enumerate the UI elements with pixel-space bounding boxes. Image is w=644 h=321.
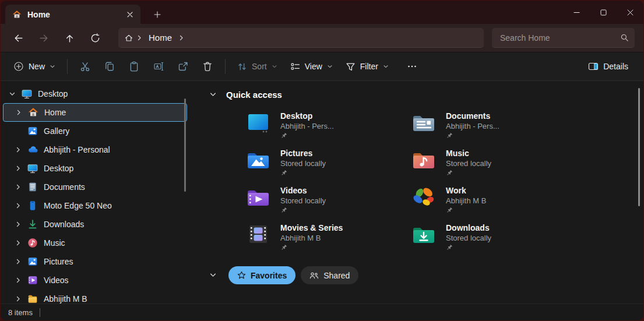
quick-access-item-movies-series[interactable]: Movies & Series Abhijith M B xyxy=(245,221,411,259)
home-icon xyxy=(28,107,38,118)
quick-access-item-videos[interactable]: Videos Stored locally xyxy=(245,184,411,221)
main-scrollbar[interactable] xyxy=(638,88,640,206)
chevron-right-icon[interactable] xyxy=(13,238,23,248)
statusbar-divider xyxy=(40,308,40,317)
paste-button[interactable] xyxy=(122,56,146,77)
share-button[interactable] xyxy=(171,56,195,77)
sidebar-item-label: Moto Edge 50 Neo xyxy=(44,201,112,210)
sidebar-item-documents[interactable]: Documents xyxy=(3,178,187,196)
downloads-folder-icon xyxy=(411,221,437,247)
view-button[interactable]: View xyxy=(284,56,339,77)
filter-label: Filter xyxy=(360,62,378,71)
sidebar-item-desktop[interactable]: Desktop xyxy=(3,159,187,178)
sort-button[interactable]: Sort xyxy=(231,56,283,77)
search-box[interactable] xyxy=(492,28,635,48)
chevron-down-icon[interactable] xyxy=(8,89,17,98)
search-input[interactable] xyxy=(500,33,620,43)
view-label: View xyxy=(305,62,322,71)
filter-funnel-icon xyxy=(346,62,356,72)
chevron-right-icon[interactable] xyxy=(13,164,23,173)
new-button[interactable]: New xyxy=(8,56,61,77)
breadcrumb-home-icon[interactable] xyxy=(124,33,133,43)
quick-access-item-downloads[interactable]: Downloads Stored locally xyxy=(411,221,576,259)
titlebar: Home xyxy=(1,1,643,24)
back-button[interactable] xyxy=(5,27,31,48)
close-button[interactable] xyxy=(617,1,643,24)
sidebar-item-label: Downloads xyxy=(44,220,84,229)
chevron-down-icon xyxy=(50,64,55,69)
favorites-pill[interactable]: Favorites xyxy=(228,266,295,284)
navigation-bar: Home xyxy=(1,24,643,52)
breadcrumb-chevron-icon[interactable] xyxy=(178,34,185,41)
quick-access-item-music[interactable]: Music Stored locally xyxy=(411,147,576,184)
sidebar-scrollbar[interactable] xyxy=(184,98,186,192)
item-title: Music xyxy=(446,148,491,158)
sidebar-item-desktop-root[interactable]: Desktop xyxy=(3,84,187,103)
sidebar-item-gallery[interactable]: Gallery xyxy=(3,122,187,140)
chevron-right-icon[interactable] xyxy=(13,145,23,154)
more-options-button[interactable] xyxy=(400,56,424,77)
favorites-label: Favorites xyxy=(251,271,287,280)
cut-button[interactable] xyxy=(73,56,97,77)
delete-button[interactable] xyxy=(196,56,219,77)
rename-button[interactable] xyxy=(147,56,170,77)
shared-pill[interactable]: Shared xyxy=(301,266,358,284)
chevron-down-icon[interactable] xyxy=(207,89,219,100)
quick-access-item-desktop[interactable]: Desktop Abhijith - Pers... xyxy=(245,110,411,147)
video-icon xyxy=(27,275,38,285)
sort-label: Sort xyxy=(252,62,267,71)
chevron-right-icon[interactable] xyxy=(13,220,23,229)
sidebar-item-label: Desktop xyxy=(44,164,73,173)
item-subtitle: Stored locally xyxy=(446,158,491,168)
sidebar-item-videos[interactable]: Videos xyxy=(3,271,187,290)
copy-button[interactable] xyxy=(98,56,121,77)
chevron-right-icon[interactable] xyxy=(13,182,23,192)
chevron-right-icon[interactable] xyxy=(13,201,23,210)
forward-button[interactable] xyxy=(31,27,57,48)
filter-button[interactable]: Filter xyxy=(340,56,395,77)
pin-icon xyxy=(280,132,334,139)
shared-label: Shared xyxy=(323,271,350,280)
monitor-icon xyxy=(27,163,38,174)
window-controls xyxy=(563,1,643,24)
download-arrow-icon xyxy=(27,219,38,230)
sidebar-item-label: Music xyxy=(44,238,65,248)
chevron-right-icon[interactable] xyxy=(14,108,23,117)
details-button[interactable]: Details xyxy=(582,56,634,77)
sidebar-item-music[interactable]: Music xyxy=(3,234,187,252)
quick-access-title: Quick access xyxy=(226,90,282,100)
quick-access-item-work[interactable]: Work Abhijith M B xyxy=(411,184,576,221)
sidebar-item-abhijith-m-b[interactable]: Abhijith M B xyxy=(3,290,187,304)
sidebar-item-home[interactable]: Home xyxy=(3,103,187,122)
sidebar-item-label: Abhijith - Personal xyxy=(44,145,110,154)
maximize-button[interactable] xyxy=(590,1,617,24)
tab-close-icon[interactable] xyxy=(123,8,137,22)
minimize-button[interactable] xyxy=(563,1,590,24)
sidebar-item-pictures[interactable]: Pictures xyxy=(3,252,187,271)
new-tab-button[interactable] xyxy=(149,6,166,23)
refresh-button[interactable] xyxy=(82,27,108,48)
sidebar-item-moto-edge-50-neo[interactable]: Moto Edge 50 Neo xyxy=(3,196,187,215)
item-title: Movies & Series xyxy=(280,223,343,233)
onedrive-cloud-icon xyxy=(27,144,38,155)
main-panel: Quick access Desktop Abhijith - Pers... xyxy=(193,81,643,304)
chevron-right-icon[interactable] xyxy=(13,257,23,266)
item-subtitle: Stored locally xyxy=(446,233,491,243)
item-title: Videos xyxy=(280,185,326,196)
quick-access-item-documents[interactable]: Documents Abhijith - Pers... xyxy=(411,110,576,147)
file-explorer-window: Home xyxy=(1,1,643,320)
chevron-right-icon[interactable] xyxy=(13,276,23,285)
quick-access-item-pictures[interactable]: Pictures Stored locally xyxy=(245,147,411,184)
sidebar-item-downloads[interactable]: Downloads xyxy=(3,215,187,234)
up-button[interactable] xyxy=(57,27,82,48)
chevron-right-icon[interactable] xyxy=(13,294,23,304)
chevron-down-icon[interactable] xyxy=(207,270,219,281)
pin-icon xyxy=(280,244,343,251)
breadcrumb-chevron-icon[interactable] xyxy=(136,34,143,41)
breadcrumb-home[interactable]: Home xyxy=(145,33,175,43)
item-title: Pictures xyxy=(280,148,326,158)
sidebar-item-onedrive-personal[interactable]: Abhijith - Personal xyxy=(3,140,187,159)
address-bar[interactable]: Home xyxy=(118,28,484,48)
tab-home[interactable]: Home xyxy=(5,5,140,24)
search-icon[interactable] xyxy=(620,33,629,42)
